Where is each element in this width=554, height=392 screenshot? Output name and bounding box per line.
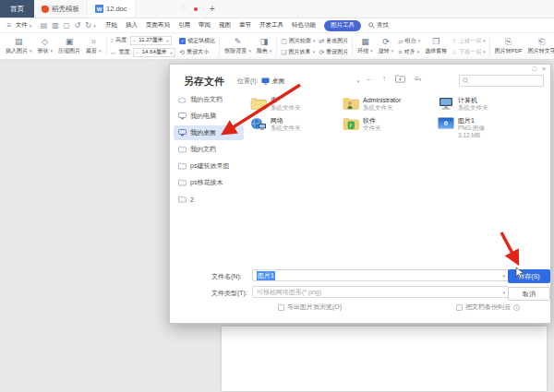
wrap-text-button[interactable]: ▦ 环绕▾ <box>355 34 376 59</box>
picture-style-group: ▢ 图片轮廓▾ ❏ 图片效果▾ <box>279 34 317 59</box>
ribbon-separator <box>106 36 107 56</box>
align-button[interactable]: ≡ 对齐▾ <box>398 48 420 56</box>
dialog-search-box[interactable] <box>459 75 544 87</box>
ribbon-tab-special-features[interactable]: 特色功能 <box>292 21 316 30</box>
height-stepper[interactable]: −11.27厘米+ <box>130 36 173 45</box>
reset-picture-icon: ⟳ <box>319 49 324 55</box>
selection-pane-button[interactable]: ❐ 选择窗格 <box>422 34 450 59</box>
ribbon-tab-references[interactable]: 引用 <box>178 21 190 30</box>
ribbon-tab-dev-tools[interactable]: 开发工具 <box>259 21 283 30</box>
sidebar-item-ps-grafting[interactable]: ps移花接木 <box>174 175 244 190</box>
crop-icon: ⌗ <box>91 38 96 46</box>
new-tab-button[interactable]: + <box>204 4 221 14</box>
remove-background-icon: ✎ <box>235 38 242 46</box>
insert-picture-button[interactable]: ▤ 插入图片▾ <box>3 34 35 59</box>
library-folder-icon <box>250 97 267 111</box>
print-icon[interactable]: ▥ <box>52 22 59 30</box>
folder-icon <box>178 162 187 170</box>
sidebar-item-label: 我的电脑 <box>190 112 216 121</box>
reset-picture-button[interactable]: ⟳ 重设图片 <box>319 48 348 56</box>
administrator-folder-icon <box>343 97 359 111</box>
compress-picture-button[interactable]: ▣ 压缩图片 <box>55 34 83 59</box>
picture-to-pdf-button[interactable]: ⎘ 图片转PDF <box>492 34 525 59</box>
ribbon-separator <box>276 36 277 56</box>
file-item-network[interactable]: 网络系统文件夹 <box>250 117 301 132</box>
tab-home[interactable]: 首页 <box>0 0 34 18</box>
rotate-button[interactable]: ⟳ 旋转▾ <box>376 34 397 59</box>
print-preview-icon[interactable]: ◻ <box>64 22 70 30</box>
sidebar-item-folder-2[interactable]: 2 <box>174 192 244 207</box>
tab-docer-templates[interactable]: 稻壳模板 <box>34 0 87 18</box>
picture-tools-ribbon: ▤ 插入图片▾ ◇ 形状▾ ▣ 压缩图片 ⌗ 裁剪▾ ↕ 高度: −11.27厘… <box>0 33 554 60</box>
docer-flame-icon <box>42 6 49 13</box>
remove-background-button[interactable]: ✎ 抠除背景▾ <box>222 34 254 59</box>
sidebar-item-my-desktop-selected[interactable]: 我的桌面 <box>174 125 244 140</box>
undo-icon[interactable]: ↺ <box>74 22 80 30</box>
ribbon-tab-start[interactable]: 开始 <box>105 21 117 30</box>
back-button[interactable]: ← <box>366 75 373 83</box>
tab-home-label: 首页 <box>10 5 24 14</box>
file-item-picture1-png[interactable]: 图片1 PNG 图像 3.12 MB <box>438 117 485 139</box>
layer-order-group: ⇧ 上移一层▾ ⇩ 下移一层▾ <box>450 34 487 59</box>
open-after-export-checkbox[interactable]: 导出图片后浏览(O) <box>278 303 342 312</box>
crop-button[interactable]: ⌗ 裁剪▾ <box>83 34 104 59</box>
search-input[interactable] <box>471 77 540 85</box>
width-stepper[interactable]: −14.64厘米+ <box>133 48 175 57</box>
file-menu-button[interactable]: ≡ 文件 ▾ <box>5 21 31 30</box>
picture-outline-button[interactable]: ▢ 图片轮廓▾ <box>281 37 315 45</box>
ribbon-tab-view[interactable]: 视图 <box>219 21 231 30</box>
shapes-button[interactable]: ◇ 形状▾ <box>35 34 56 59</box>
file-item-library[interactable]: 库系统文件夹 <box>250 97 301 112</box>
view-mode-button[interactable]: ≡▾ <box>415 75 421 83</box>
redo-icon[interactable]: ↻ <box>85 22 91 30</box>
more-commands-icon[interactable]: ▾ <box>93 23 96 29</box>
filetype-combobox[interactable]: 可移植网络图形(*.png) ▾ <box>252 286 509 298</box>
color-button[interactable]: ◨ 颜色▾ <box>254 34 275 59</box>
save-icon[interactable]: ▤ <box>41 22 48 30</box>
cancel-button[interactable]: 取消 <box>508 287 550 301</box>
ribbon-tab-picture-tools-active[interactable]: 图片工具 <box>324 20 361 31</box>
location-combobox[interactable]: 位置(I): 桌面 ▾ <box>237 77 359 86</box>
tab-document-12doc[interactable]: W 12.doc <box>87 0 136 18</box>
filetype-label: 文件类型(T): <box>211 289 247 298</box>
file-size: 3.12 MB <box>458 132 485 139</box>
file-item-software[interactable]: 软件文件夹 <box>343 117 381 132</box>
send-backward-button-disabled[interactable]: ⇩ 下移一层▾ <box>452 48 485 56</box>
sidebar-item-my-documents[interactable]: 我的文档 <box>174 142 244 157</box>
filename-selected-text: 图片1 <box>257 271 275 280</box>
sidebar-item-ps-arch-renders[interactable]: ps建筑效果图 <box>174 159 244 173</box>
bring-forward-button-disabled[interactable]: ⇧ 上移一层▾ <box>452 37 485 45</box>
file-item-administrator[interactable]: Administrator系统文件夹 <box>343 97 401 112</box>
file-item-computer[interactable]: 计算机系统文件夹 <box>438 97 488 112</box>
favorite-heart-icon[interactable]: ♡ <box>180 5 187 13</box>
ribbon-tab-section[interactable]: 章节 <box>239 21 251 30</box>
sidebar-item-my-computer[interactable]: 我的电脑 <box>174 109 244 124</box>
document-workspace: □ × 另存文件 位置(I): 桌面 ▾ ← ↑ ≡▾ 我的云文档 <box>0 60 554 391</box>
save-button[interactable]: 保存(S) <box>508 269 550 283</box>
reset-size-button[interactable]: ⟲ 重设大小 <box>179 48 215 56</box>
picture-effects-button[interactable]: ❏ 图片效果▾ <box>281 48 315 56</box>
new-folder-button[interactable] <box>395 75 405 83</box>
sidebar-item-label: 我的桌面 <box>190 128 216 137</box>
reset-size-label: 重设大小 <box>187 48 209 56</box>
backup-to-cloud-checkbox[interactable]: 把文档备份到云 i <box>456 303 520 312</box>
ribbon-tab-review[interactable]: 审阅 <box>199 21 211 30</box>
lock-aspect-ratio-checkbox[interactable]: ✓ 锁定纵横比 <box>179 37 215 45</box>
save-as-dialog: □ × 另存文件 位置(I): 桌面 ▾ ← ↑ ≡▾ 我的云文档 <box>169 64 551 324</box>
up-button[interactable]: ↑ <box>382 75 386 83</box>
find-button[interactable]: 查找 <box>368 21 389 30</box>
ribbon-tab-page-layout[interactable]: 页面布局 <box>146 21 170 30</box>
arrange-group: ▱ 组合▾ ≡ 对齐▾ <box>396 34 422 59</box>
picture-to-text-button[interactable]: ⎗ 图片转文字 <box>525 34 554 59</box>
sidebar-item-my-cloud-docs[interactable]: 我的云文档 <box>174 92 244 107</box>
group-button[interactable]: ▱ 组合▾ <box>398 37 420 45</box>
close-button[interactable]: × <box>542 65 546 72</box>
wrap-text-label: 环绕 <box>357 47 368 55</box>
filename-combobox[interactable]: 图片1 ▾ <box>252 269 509 281</box>
picture-outline-label: 图片轮廓 <box>289 37 311 45</box>
save-button-label: 保存(S) <box>518 272 539 281</box>
ribbon-tab-insert[interactable]: 插入 <box>126 21 138 30</box>
change-picture-button[interactable]: ⇄ 更改图片 <box>319 37 348 45</box>
file-type: PNG 图像 <box>458 125 485 132</box>
maximize-button[interactable]: □ <box>533 65 536 72</box>
